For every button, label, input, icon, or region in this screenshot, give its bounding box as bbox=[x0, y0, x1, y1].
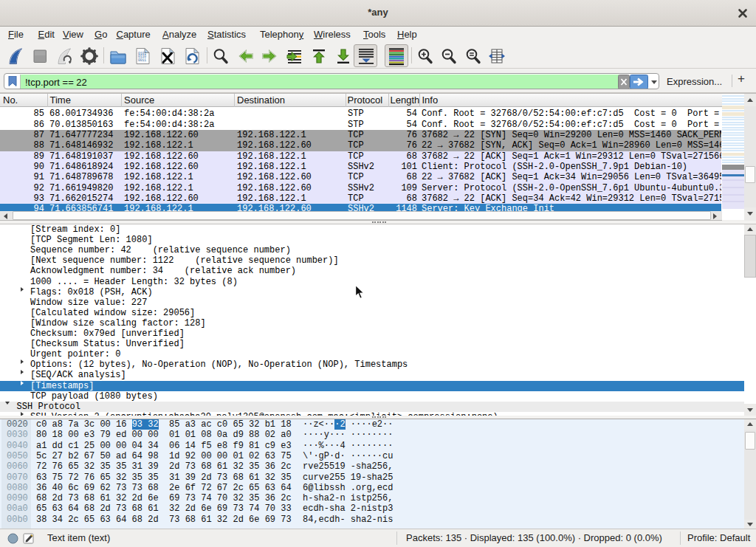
svg-text:0011: 0011 bbox=[138, 58, 146, 61]
